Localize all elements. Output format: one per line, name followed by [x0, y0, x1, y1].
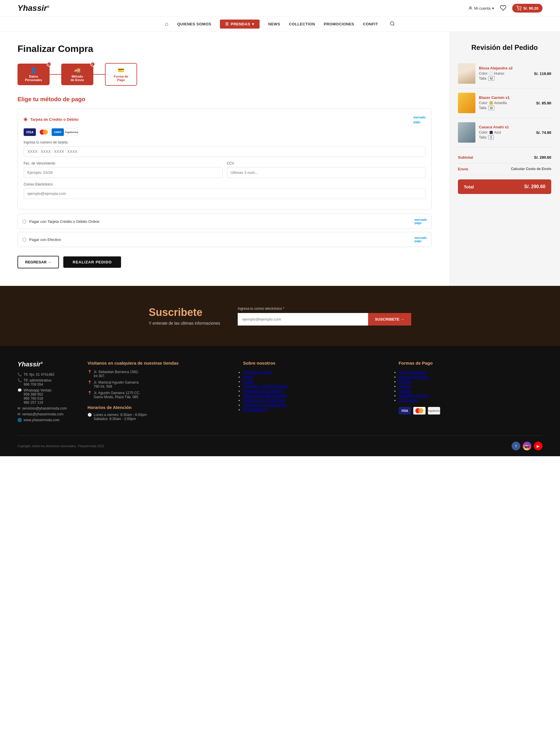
payment-link-carrito[interactable]: Carrito: [399, 389, 542, 393]
about-link-terminos[interactable]: Términos y Condiciones: [243, 402, 387, 407]
back-button[interactable]: REGRESAR →: [18, 256, 59, 269]
menu-icon: ☰: [225, 22, 229, 26]
order-item-3: Casaca Anahí x1 Color: Azul Talla: S S/.…: [458, 118, 551, 147]
about-title: Sobre nosotros: [243, 360, 387, 365]
about-link-privacidad[interactable]: Políticas de Privacidad: [243, 398, 387, 402]
item-2-name: Blazer Carmín x1: [479, 95, 533, 100]
facebook-icon[interactable]: f: [512, 442, 520, 450]
payment-title: Formas de Pago: [399, 360, 542, 365]
nav-quienes-somos[interactable]: QUIENES SOMOS: [177, 22, 211, 26]
nav-news[interactable]: NEWS: [268, 22, 280, 26]
shipping-value: Calcular Costo de Envío: [511, 167, 551, 171]
item-2-info: Blazer Carmín x1 Color: Amarilla Talla: …: [479, 95, 533, 111]
pagoefectivo-icon: PagoEfectivo: [66, 128, 78, 136]
payment-link-como[interactable]: Como comprar: [399, 370, 542, 375]
nav-home[interactable]: ⌂: [165, 21, 168, 27]
payment-link-formas[interactable]: Formas de Pago: [399, 375, 542, 379]
expiry-ccv-row: Fec. de Vencimiento CCV: [24, 161, 425, 178]
footer-bottom: Copiright, todos los derechos reservados…: [18, 436, 542, 450]
store-3: 📍 Jr. Agustin Gamarra 1275 CC.Gamo Moda,…: [87, 391, 231, 399]
nav-prendas[interactable]: ☰ PRENDAS ▾: [220, 20, 259, 28]
navigation: ⌂ QUIENES SOMOS ☰ PRENDAS ▾ NEWS COLLECT…: [0, 17, 560, 32]
subscribe-title: Suscribete: [149, 306, 220, 319]
location-icon-3: 📍: [87, 391, 92, 399]
subtotal-value: S/. 280.60: [534, 155, 551, 160]
about-link-preguntas[interactable]: Preguntas Frecuentes: [243, 389, 387, 393]
nav-collection[interactable]: COLLECTION: [289, 22, 315, 26]
payment-link-envios[interactable]: Envíos: [399, 379, 542, 384]
ccv-input[interactable]: [227, 167, 426, 178]
header-right: Mi cuenta ▾ S/. 90.20: [468, 4, 542, 13]
item-1-size: Talla: M: [479, 76, 531, 81]
main-content: Finalizar Compra ✓ 👤 Datos Personales ✓ …: [0, 32, 560, 286]
instagram-icon[interactable]: 📷: [523, 442, 532, 450]
payment-link-tienda[interactable]: Tienda: [399, 384, 542, 389]
efectivo-radio[interactable]: [22, 238, 26, 241]
online-credit-option[interactable]: Pagar con Tarjeta Crédito o Débito Onlin…: [18, 214, 432, 229]
user-step-icon: 👤: [23, 67, 44, 74]
footer-mc-icon: [413, 407, 425, 415]
chevron-down-icon: ▾: [252, 22, 254, 26]
step-check-2: ✓: [91, 62, 95, 66]
item-1-color: Color: Hueso: [479, 72, 531, 76]
about-link-news[interactable]: News: [243, 375, 387, 379]
svg-point-3: [390, 22, 394, 25]
youtube-icon[interactable]: ▶: [534, 442, 542, 450]
item-1-image: [458, 63, 475, 84]
copyright: Copiright, todos los derechos reservados…: [18, 444, 104, 448]
svg-point-0: [469, 7, 471, 8]
efectivo-option[interactable]: Pagar con Efectivo mercadopago: [18, 232, 432, 247]
about-link-cambios[interactable]: Cambios y Devoluciones: [243, 384, 387, 389]
cart-button[interactable]: S/. 90.20: [512, 4, 542, 13]
footer-col-payment: Formas de Pago Como comprar Formas de Pa…: [399, 360, 542, 424]
mastercard-icon: [38, 128, 50, 136]
item-1-info: Blusa Alejandra x2 Color: Hueso Talla: M: [479, 66, 531, 81]
footer-visa-icon: VISA: [399, 407, 411, 415]
order-button[interactable]: REALIZAR PEDIDO: [63, 256, 121, 268]
nav-confit[interactable]: CONFIT: [363, 22, 378, 26]
store-1: 📍 Jr. Sebastian Barranca 1582,Int 307.: [87, 370, 231, 378]
footer-col-contact: Yhassir® 📞 Tlf. fijo: 01 4741482 📞 Tlf. …: [18, 360, 76, 424]
about-link-quienes[interactable]: Quienes Somos: [243, 370, 387, 375]
expiry-input[interactable]: [24, 167, 222, 178]
phone-icon-2: 📞: [18, 378, 22, 382]
nav-promociones[interactable]: PROMOCIONES: [324, 22, 354, 26]
visa-icon: VISA: [24, 128, 36, 136]
subscribe-input[interactable]: [238, 313, 368, 325]
search-button[interactable]: [390, 21, 395, 27]
email-input[interactable]: [24, 188, 425, 199]
stores-title: Visitanos en cualquiera de nuestras tien…: [87, 360, 231, 365]
footer-payment-cards: VISA PagoEfectivo: [399, 407, 542, 415]
mp-logo-3: mercadopago: [415, 236, 427, 243]
about-links: Quienes Somos News Confit Cambios y Devo…: [243, 370, 387, 412]
about-link-promociones[interactable]: Promociones: [243, 407, 387, 412]
subscribe-section: Suscribete Y enterate de las ultimas inf…: [0, 286, 560, 346]
wishlist-button[interactable]: [500, 5, 506, 12]
chevron-down-icon: ▾: [492, 6, 494, 11]
step-check-1: ✓: [47, 62, 51, 66]
mi-cuenta-button[interactable]: Mi cuenta ▾: [468, 6, 494, 11]
payment-link-micuenta[interactable]: Mi Cuenta: [399, 398, 542, 402]
hours-1: 🕐 Lunes a viernes: 8:30am - 6:00pmSábado…: [87, 413, 231, 421]
item-1-price: S/. 119.80: [534, 72, 551, 76]
online-credit-radio[interactable]: [22, 220, 26, 223]
about-link-confit[interactable]: Confit: [243, 379, 387, 384]
footer-tladmin: 📞 Tlf. administrativa:966 709 554: [18, 378, 76, 387]
card-number-input[interactable]: [24, 146, 425, 157]
header: Yhassir® Mi cuenta ▾ S/. 90.20: [0, 0, 560, 17]
item-2-image: [458, 93, 475, 113]
footer-stores-list: 📍 Jr. Sebastian Barranca 1582,Int 307. 📍…: [87, 370, 231, 399]
card-number-label: Ingresa tu numero de tarjeta: [24, 140, 425, 144]
subscribe-button[interactable]: SUSCRIBETE →: [368, 313, 411, 325]
svg-point-1: [518, 10, 519, 11]
checkout-buttons: REGRESAR → REALIZAR PEDIDO: [18, 256, 432, 269]
credit-card-radio[interactable]: [24, 118, 27, 121]
card-icons: VISA AMEX PagoEfectivo: [24, 128, 425, 136]
about-link-reclamaciones[interactable]: Libro de Reclamaciones: [243, 393, 387, 398]
subtotal-label: Subtotal: [458, 155, 473, 160]
item-3-image: [458, 122, 475, 143]
footer-website: 🌐 www.yhassirmoda.com: [18, 418, 76, 422]
item-2-size: Talla: M: [479, 105, 533, 110]
credit-card-option: Tarjeta de Crédito o Débito mercadopago: [24, 115, 425, 124]
payment-link-finalizar[interactable]: Finalizar compra: [399, 393, 542, 398]
